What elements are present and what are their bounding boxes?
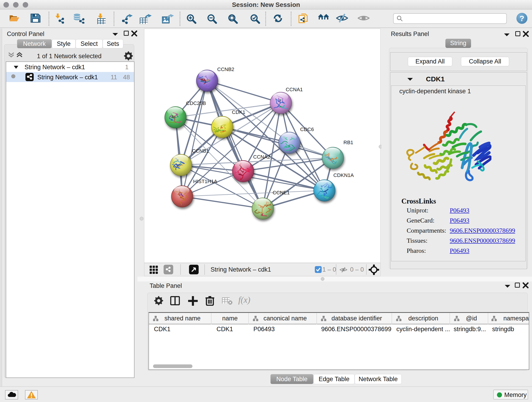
svg-text:CCNA2: CCNA2 [253,154,270,160]
svg-text:CCNA1: CCNA1 [286,87,303,92]
svg-text:HIST1H1A: HIST1H1A [193,179,217,184]
svg-text:CCNB1: CCNB1 [192,148,209,154]
svg-text:CCNE1: CCNE1 [273,190,290,196]
svg-text:CCNB2: CCNB2 [217,66,234,72]
svg-text:RB1: RB1 [343,140,353,145]
svg-text:CDK1: CDK1 [232,109,245,115]
svg-text:CDKN1A: CDKN1A [333,172,354,178]
svg-text:CDC25B: CDC25B [186,100,206,106]
svg-text:CDC6: CDC6 [300,127,314,132]
